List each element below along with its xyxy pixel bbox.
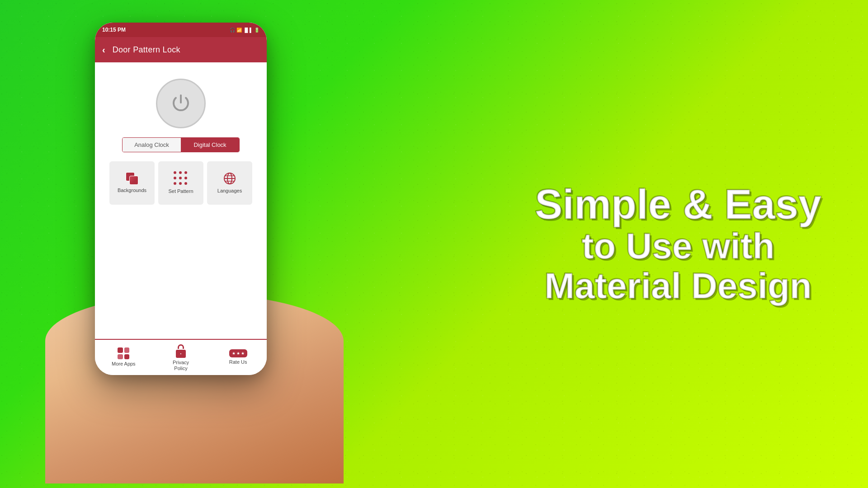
scene: 10:15 PM 🎧 📶 ▐▌▌ 🔋 ‹ Door Pattern Lock bbox=[0, 0, 868, 488]
rate-us-icon: ★ ★ ★ bbox=[229, 349, 247, 357]
privacy-lock-icon: • bbox=[175, 343, 187, 358]
signal-icon: ▐▌▌ bbox=[243, 28, 253, 33]
back-button[interactable]: ‹ bbox=[102, 45, 105, 55]
analog-clock-button[interactable]: Analog Clock bbox=[123, 138, 181, 152]
app-title: Door Pattern Lock bbox=[113, 45, 180, 55]
power-button-circle[interactable] bbox=[156, 79, 206, 128]
privacy-policy-label: PrivacyPolicy bbox=[173, 360, 189, 371]
tagline-line1: Simple & Easy bbox=[524, 183, 832, 226]
digital-clock-button[interactable]: Digital Clock bbox=[181, 138, 239, 152]
bottom-nav: More Apps • PrivacyPolicy ★ bbox=[95, 339, 267, 375]
more-apps-label: More Apps bbox=[112, 361, 136, 367]
set-pattern-tile[interactable]: Set Pattern bbox=[158, 161, 203, 205]
status-bar: 10:15 PM 🎧 📶 ▐▌▌ 🔋 bbox=[95, 23, 267, 37]
tagline-line3: Material Design bbox=[524, 266, 832, 305]
tagline: Simple & Easy to Use with Material Desig… bbox=[524, 183, 832, 306]
headphone-icon: 🎧 bbox=[230, 28, 235, 33]
rate-us-label: Rate Us bbox=[229, 359, 247, 365]
pattern-dots-icon bbox=[174, 171, 188, 186]
feature-grid: Backgrounds Set Pattern bbox=[102, 161, 259, 205]
wifi-icon: 📶 bbox=[236, 28, 242, 33]
power-icon bbox=[169, 92, 193, 115]
battery-icon: 🔋 bbox=[254, 28, 259, 33]
tagline-line2: to Use with bbox=[524, 226, 832, 266]
set-pattern-label: Set Pattern bbox=[168, 188, 193, 194]
content-spacer bbox=[102, 212, 259, 339]
status-time: 10:15 PM bbox=[102, 27, 126, 33]
globe-icon bbox=[223, 172, 236, 185]
more-apps-icon bbox=[118, 347, 129, 359]
languages-label: Languages bbox=[217, 188, 242, 194]
privacy-policy-nav-item[interactable]: • PrivacyPolicy bbox=[152, 343, 210, 371]
clock-toggle: Analog Clock Digital Clock bbox=[122, 137, 240, 152]
app-header: ‹ Door Pattern Lock bbox=[95, 37, 267, 62]
app-content: Analog Clock Digital Clock Backgrounds bbox=[95, 62, 267, 339]
phone-container: 10:15 PM 🎧 📶 ▐▌▌ 🔋 ‹ Door Pattern Lock bbox=[72, 9, 307, 470]
phone-device: 10:15 PM 🎧 📶 ▐▌▌ 🔋 ‹ Door Pattern Lock bbox=[95, 23, 267, 375]
backgrounds-label: Backgrounds bbox=[118, 188, 146, 193]
more-apps-nav-item[interactable]: More Apps bbox=[95, 347, 152, 367]
languages-tile[interactable]: Languages bbox=[207, 161, 252, 205]
rate-us-nav-item[interactable]: ★ ★ ★ Rate Us bbox=[209, 349, 267, 365]
backgrounds-tile[interactable]: Backgrounds bbox=[109, 161, 155, 205]
backgrounds-icon bbox=[126, 172, 138, 185]
status-icons: 🎧 📶 ▐▌▌ 🔋 bbox=[230, 28, 259, 33]
